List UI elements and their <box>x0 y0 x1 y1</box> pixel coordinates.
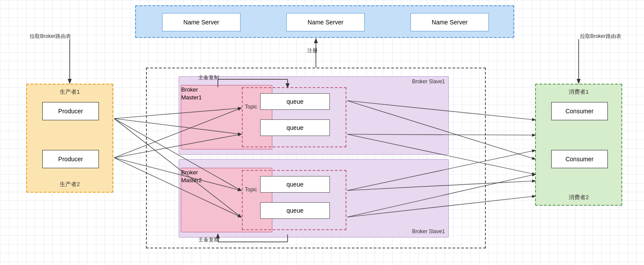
register-label: 注册 <box>307 47 318 54</box>
consumer-group-label-1: 消费者1 <box>536 88 621 96</box>
consumer-group-label-2: 消费者2 <box>536 194 621 201</box>
replication-label-1: 主备复制 <box>198 74 219 82</box>
queue-box-3: queue <box>260 176 330 193</box>
queue-box-1: queue <box>260 93 330 110</box>
queue-box-2: queue <box>260 119 330 136</box>
pull-broker-right-label: 拉取Broker路由表 <box>580 33 621 40</box>
consumer-group: 消费者1 Consumer Consumer 消费者2 <box>535 84 622 206</box>
topic-area-bottom: queue queue <box>242 170 346 230</box>
topic-area-top: queue queue <box>242 87 346 147</box>
broker-slave1-top-label: Broker Slave1 <box>412 78 445 85</box>
name-server-cluster: Name Server Name Server Name Server <box>135 5 514 38</box>
producer-group-label-1: 生产者1 <box>27 88 112 96</box>
producer-box-2: Producer <box>42 150 99 168</box>
replication-label-2: 主备复制 <box>198 236 219 244</box>
topic-label-1: Topic <box>245 104 257 110</box>
broker-slave1-bottom-label: Broker Slave1 <box>412 228 445 234</box>
broker-master2-label: Broker Master2 <box>181 169 202 183</box>
producer-group: 生产者1 Producer Producer 生产者2 <box>26 84 113 193</box>
consumer-box-1: Consumer <box>551 102 608 120</box>
name-server-2: Name Server <box>286 13 365 31</box>
diagram-canvas: Name Server Name Server Name Server 生产者1… <box>0 0 644 265</box>
queue-box-4: queue <box>260 202 330 219</box>
name-server-3: Name Server <box>410 13 489 31</box>
producer-box-1: Producer <box>42 102 99 120</box>
broker-master1-label: Broker Master1 <box>181 86 202 101</box>
consumer-box-2: Consumer <box>551 150 608 168</box>
name-server-1: Name Server <box>162 13 241 31</box>
pull-broker-left-label: 拉取Broker路由表 <box>30 33 71 40</box>
topic-label-2: Topic <box>245 187 257 193</box>
producer-group-label-2: 生产者2 <box>27 180 112 188</box>
